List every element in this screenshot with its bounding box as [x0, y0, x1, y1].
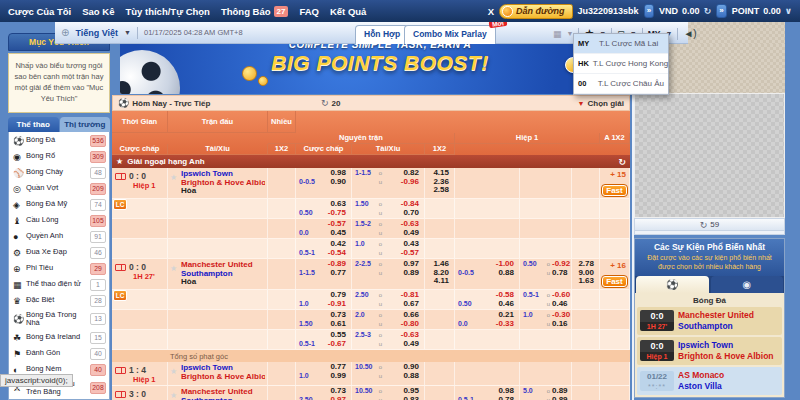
tab-popular-soccer[interactable]: ⚽ [636, 276, 709, 293]
nav-link[interactable]: Tùy thích/Tự Chọn [125, 6, 209, 17]
odds-over-under-cell[interactable]: 2-2.5o0.97 u0.89 [352, 259, 425, 289]
nav-link[interactable]: Sao Kê [82, 6, 114, 17]
sidebar-item-cycling[interactable]: ⚙Đua Xe Đạp46 [9, 245, 109, 261]
sidebar-item-futsal[interactable]: ⚽Bóng Đá Trong Nhà13 [9, 309, 109, 330]
odds-handicap-cell[interactable]: -1.00 0-0.50.88 [455, 259, 520, 289]
home-team[interactable]: Ipswich Town [181, 170, 265, 179]
more-bets-cell[interactable]: + 16Fast [600, 260, 629, 288]
odds-handicap-cell[interactable] [455, 219, 520, 238]
odds-over-under-cell[interactable] [520, 219, 572, 238]
odds-a1x2-cell[interactable] [268, 219, 296, 238]
home-team[interactable]: Manchester United [181, 261, 265, 270]
odds-handicap-cell[interactable]: -0.57 0.00.45 [296, 219, 352, 238]
odds-handicap-cell[interactable]: 0.63 0.50-0.75 [296, 199, 352, 218]
nav-link[interactable]: Kết Quả [330, 6, 366, 17]
lc-live-badge[interactable]: LC [113, 290, 127, 301]
odds-over-under-cell[interactable]: 1.50o-0.84 u0.70 [352, 199, 425, 218]
nav-link[interactable]: Thông Báo27 [221, 6, 289, 17]
odds-a1x2-cell[interactable] [268, 259, 296, 289]
odds-1x2-cell[interactable]: 4.152.362.58 [425, 168, 455, 198]
odds-1x2-cell[interactable] [425, 330, 455, 349]
away-team[interactable]: Southampton [181, 397, 265, 400]
odds-a1x2-cell[interactable] [268, 362, 296, 385]
odds-over-under-cell[interactable]: 2.0o0.66 u-0.80 [352, 310, 425, 329]
odds-over-under-cell[interactable]: 1.0o0.43 u-0.57 [352, 239, 425, 258]
away-team[interactable]: Brighton & Hove Albion [181, 373, 265, 382]
odds-1x2-cell[interactable] [572, 239, 600, 258]
odds-1x2-cell[interactable] [425, 219, 455, 238]
refresh-icon[interactable]: ↻ [618, 157, 626, 167]
odds-1x2-cell[interactable] [572, 199, 600, 218]
more-bets-cell[interactable]: + 15Fast [600, 169, 629, 197]
live-video-placeholder[interactable] [634, 93, 785, 218]
odds-over-under-cell[interactable] [520, 362, 572, 385]
favorite-star-icon[interactable]: ★ [170, 173, 177, 182]
league-bar[interactable]: ★Giải ngoại hạng Anh↻ [112, 155, 630, 168]
odds-a1x2-cell[interactable] [268, 290, 296, 309]
odds-over-under-cell[interactable]: 0.50o-0.92 u0.78 [520, 259, 572, 289]
odds-handicap-cell[interactable]: 0.42 0.5-1-0.54 [296, 239, 352, 258]
odds-handicap-cell[interactable] [455, 239, 520, 258]
odds-handicap-cell[interactable]: 0.98 0.5-10.78 [455, 386, 520, 400]
odds-handicap-cell[interactable]: 0.73 2.50-0.97 [296, 386, 352, 400]
language-selector[interactable]: Tiếng Việt [75, 28, 118, 38]
favorite-star-icon[interactable]: ★ [170, 264, 177, 273]
odds-type-option[interactable]: MYT.L Cược Mã Lai [574, 34, 668, 54]
odds-handicap-cell[interactable]: 0.79 1.0-0.91 [296, 290, 352, 309]
odds-a1x2-cell[interactable] [268, 386, 296, 400]
odds-handicap-cell[interactable] [455, 362, 520, 385]
odds-over-under-cell[interactable] [520, 239, 572, 258]
tab-sports[interactable]: Thể thao [8, 117, 59, 132]
sidebar-item-esports[interactable]: ▦Thể thao điện tử1 [9, 277, 109, 293]
sidebar-item-basketball[interactable]: ◉Bóng Rổ309 [9, 149, 109, 165]
sidebar-item-baseball[interactable]: ⚾Bóng Chày48 [9, 165, 109, 181]
odds-1x2-cell[interactable] [572, 386, 600, 400]
home-team[interactable]: Manchester United [181, 388, 265, 397]
odds-over-under-cell[interactable] [520, 199, 572, 218]
speaker-icon[interactable]: ◄) [683, 28, 696, 39]
odds-over-under-cell[interactable]: 2.50o-0.81 u0.67 [352, 290, 425, 309]
odds-over-under-cell[interactable] [520, 330, 572, 349]
odds-handicap-cell[interactable] [455, 168, 520, 198]
odds-1x2-cell[interactable] [425, 239, 455, 258]
odds-1x2-cell[interactable] [572, 310, 600, 329]
tab-markets[interactable]: Thị trường [60, 117, 111, 132]
odds-handicap-cell[interactable] [455, 199, 520, 218]
home-team[interactable]: Ipswich Town [181, 364, 265, 373]
odds-handicap-cell[interactable]: 0.73 1.500.61 [296, 310, 352, 329]
odds-1x2-cell[interactable] [572, 168, 600, 198]
odds-1x2-cell[interactable] [425, 362, 455, 385]
sidebar-item-american-football[interactable]: ◈Bóng Đá Mỹ74 [9, 197, 109, 213]
odds-a1x2-cell[interactable] [268, 330, 296, 349]
odds-1x2-cell[interactable]: 1.468.204.11 [425, 259, 455, 289]
odds-handicap-cell[interactable]: 0.55 0.5-1-0.67 [296, 330, 352, 349]
tab-combo-mix-parlay[interactable]: Combo Mix ParlayMới [404, 25, 496, 44]
nav-link[interactable]: FAQ [299, 6, 319, 17]
sidebar-item-darts[interactable]: ⊕Phi Tiêu29 [9, 261, 109, 277]
refresh-icon[interactable]: ↻ [700, 220, 708, 230]
fast-market-button[interactable]: Fast [602, 276, 626, 287]
popular-event-card[interactable]: 0:0Hiệp 1 Ipswich TownBrighton & Hove Al… [637, 337, 782, 365]
sidebar-item-gaelic-football[interactable]: ☘Bóng Đá Ireland15 [9, 330, 109, 346]
expand-wallet-icon[interactable]: » [644, 4, 654, 18]
sidebar-item-soccer[interactable]: ⚽Bóng Đá536 [9, 133, 109, 149]
nav-link[interactable]: Cược Của Tôi [8, 6, 71, 17]
odds-type-option[interactable]: HKT.L Cược Hong Kong [574, 54, 668, 74]
sidebar-item-boxing[interactable]: ●Quyền Anh91 [9, 229, 109, 245]
odds-1x2-cell[interactable] [425, 310, 455, 329]
sidebar-item-tennis[interactable]: ◎Quần Vợt209 [9, 181, 109, 197]
odds-handicap-cell[interactable]: 0.98 0-0.50.90 [296, 168, 352, 198]
odds-a1x2-cell[interactable] [268, 239, 296, 258]
odds-handicap-cell[interactable]: 0.77 1.00.99 [296, 362, 352, 385]
refresh-icon[interactable]: ↻ [321, 98, 329, 108]
sidebar-item-special[interactable]: ♛Đặc Biệt28 [9, 293, 109, 309]
refresh-balance-icon[interactable]: ↻ [704, 6, 712, 16]
odds-handicap-cell[interactable]: -0.58 0.500.46 [455, 290, 520, 309]
favorite-star-icon[interactable]: ★ [170, 367, 177, 376]
star-icon[interactable]: ★ [116, 157, 123, 166]
odds-handicap-cell[interactable]: 0.21 0.0-0.33 [455, 310, 520, 329]
odds-over-under-cell[interactable] [520, 168, 572, 198]
chevron-down-icon[interactable]: ∨ [785, 6, 792, 16]
sidebar-item-golf[interactable]: ⚑Đánh Gôn40 [9, 346, 109, 362]
odds-over-under-cell[interactable]: 10.50o0.90 u0.88 [352, 362, 425, 385]
